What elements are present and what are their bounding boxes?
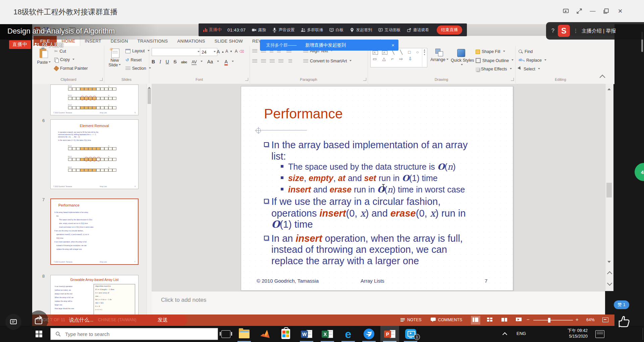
gallery-scroll[interactable]: ▲▼▾ — [422, 49, 427, 67]
smartart-button[interactable]: Convert to SmartArt — [303, 59, 352, 63]
fullscreen-icon[interactable] — [574, 6, 584, 16]
cut-button[interactable]: ✂Cut — [54, 49, 66, 54]
pip-icon[interactable] — [561, 6, 571, 16]
main-scrollbar[interactable] — [605, 84, 613, 291]
zoom-percent[interactable]: 64% — [586, 318, 595, 322]
arrange-button[interactable]: Arrange — [430, 48, 449, 62]
quick-styles-button[interactable]: Quick Styles — [451, 48, 472, 67]
next-slide-button[interactable] — [608, 280, 611, 286]
show-desktop-strip[interactable] — [643, 328, 643, 340]
notes-toggle[interactable]: NOTES — [407, 318, 422, 322]
shape-oval-icon[interactable]: ○ — [416, 50, 420, 55]
stream-tool-声音设置[interactable]: 声音设置 — [272, 27, 295, 33]
minimize-button[interactable]: — — [588, 6, 598, 16]
slide-canvas[interactable]: Performance In the array based implement… — [241, 86, 513, 291]
shape-elbow-icon[interactable]: ⌐ — [391, 56, 395, 61]
comments-toggle[interactable]: COMMENTS — [438, 318, 462, 322]
help-icon[interactable]: ? — [551, 28, 554, 34]
shape-triangle-icon[interactable]: △ — [382, 56, 387, 61]
end-live-button[interactable]: 结束直播 — [437, 25, 462, 35]
shape-arrow-right-icon[interactable]: ⇨ — [399, 56, 404, 61]
shape-textbox-icon[interactable]: A — [373, 51, 378, 55]
taskbar-word[interactable]: W — [297, 326, 316, 342]
font-size-combo[interactable]: 24 — [200, 48, 217, 56]
taskbar-powerpoint-active[interactable]: P — [380, 326, 399, 342]
zoom-out-icon[interactable]: − — [527, 317, 530, 322]
task-view-icon[interactable] — [221, 330, 230, 338]
font-name-combo[interactable] — [152, 48, 201, 56]
shape-rect-icon[interactable]: □ — [408, 50, 412, 55]
notes-placeholder[interactable]: Click to add notes — [161, 297, 206, 303]
anchor-links[interactable]: 主播介绍 | 举报 — [582, 28, 616, 34]
stream-tool-多群联播[interactable]: 多群联播 — [301, 27, 323, 33]
tray-clock[interactable]: 下午 09:425/15/2020 — [547, 328, 588, 339]
stream-tool-发起签到[interactable]: 发起签到 — [350, 27, 372, 33]
more-icon[interactable]: ⋮ — [573, 28, 578, 34]
shape-rect2-icon[interactable]: ▭ — [373, 56, 378, 61]
tab-animations[interactable]: ANIMATIONS — [172, 36, 210, 46]
shape-gallery[interactable]: A A ╲ ╲ □ ○ ▭ △ ⌐ ⇨ ⇩ ▲▼▾ — [370, 48, 427, 67]
paste-button[interactable]: Paste — [35, 48, 53, 65]
share-forward-button[interactable] — [29, 310, 48, 330]
thumbnail-slide-8[interactable]: Growable Array-based Array ListIn an ins… — [50, 275, 139, 315]
shape-effects-button[interactable]: Shape Effects — [476, 67, 512, 71]
shrink-font-icon[interactable]: A▼ — [225, 49, 232, 54]
chat-send-button[interactable]: 发送 — [158, 317, 168, 323]
stream-tool-互动面板[interactable]: 互动面板 — [378, 27, 401, 33]
shape-line2-icon[interactable]: ╲ — [400, 50, 404, 55]
font-dialog-launcher[interactable] — [245, 78, 248, 81]
clipboard-dialog-launcher[interactable] — [100, 78, 103, 81]
search-input[interactable] — [64, 331, 200, 337]
stream-tool-白板[interactable]: 白板 — [329, 27, 344, 33]
character-spacing-button[interactable]: AV — [192, 60, 197, 65]
taskbar-dingtalk[interactable] — [360, 326, 378, 342]
scroll-down-icon[interactable] — [607, 261, 611, 265]
action-center-icon[interactable] — [595, 330, 604, 338]
slide-title[interactable]: Performance — [264, 106, 343, 122]
font-color-button[interactable]: A — [224, 59, 227, 65]
scroll-up-icon[interactable] — [607, 87, 611, 90]
bullets-icon[interactable] — [252, 49, 257, 53]
align-center-icon[interactable] — [261, 59, 266, 63]
scrollbar-thumb[interactable] — [606, 183, 612, 197]
like-count-badge[interactable]: 赞 1 — [614, 300, 629, 309]
tray-language[interactable]: ENG — [517, 331, 526, 336]
normal-view-icon[interactable] — [473, 317, 479, 323]
abc-strike-button[interactable]: abc — [181, 60, 187, 64]
columns-icon[interactable] — [288, 59, 292, 63]
taskbar-excel[interactable]: X — [318, 326, 337, 342]
slide-body-text[interactable]: In the array based implementation of an … — [263, 139, 503, 267]
thumbnail-slide-5[interactable]: 0 1 2n0 1 2n0 1 2n© 2010 Goodrich, Tamas… — [50, 84, 139, 115]
layout-button[interactable]: Layout — [125, 49, 150, 53]
stream-tool-邀请观看[interactable]: 邀请观看 — [407, 27, 429, 33]
change-case-button[interactable]: Aa — [207, 59, 213, 64]
thumbnail-slide-6[interactable]: Element RemovalIn operation erase(i), we… — [50, 119, 139, 189]
taskbar-store[interactable] — [276, 326, 295, 342]
previous-slide-button[interactable] — [608, 271, 611, 277]
taskbar-search[interactable] — [50, 328, 218, 340]
replace-button[interactable]: ab↷Replace — [519, 58, 546, 63]
thumbnail-scrollbar[interactable] — [147, 84, 152, 315]
shape-arrow-down-icon[interactable]: ⇩ — [409, 56, 414, 61]
align-right-icon[interactable] — [270, 59, 275, 63]
italic-button[interactable]: I — [160, 59, 161, 65]
floating-counter-badge[interactable]: 47 — [635, 163, 644, 181]
maximize-button[interactable] — [601, 6, 611, 16]
shape-fill-button[interactable]: Shape Fill — [476, 49, 505, 54]
justify-icon[interactable] — [278, 59, 283, 63]
thumbs-up-button[interactable] — [617, 313, 633, 331]
align-left-icon[interactable] — [252, 59, 257, 63]
shape-textbox2-icon[interactable]: A — [382, 51, 387, 55]
taskbar-edge[interactable]: e — [339, 326, 358, 342]
slide-sorter-icon[interactable] — [487, 317, 493, 323]
stream-tool-露脸[interactable]: 露脸 — [252, 27, 266, 33]
bold-button[interactable]: B — [152, 59, 155, 64]
thumbnail-slide-7-selected[interactable]: PerformanceIn the array based implementa… — [50, 198, 139, 265]
zoom-slider[interactable] — [533, 320, 573, 321]
chat-input-placeholder[interactable]: 说点什么... — [69, 317, 94, 323]
chat-list-button[interactable] — [5, 314, 21, 330]
taskbar-file-explorer[interactable] — [235, 326, 254, 342]
grow-font-icon[interactable]: A▲ — [217, 49, 224, 54]
new-slide-button[interactable]: ✳ NewSlide — [106, 48, 123, 67]
zoom-slider-thumb[interactable] — [548, 318, 550, 323]
